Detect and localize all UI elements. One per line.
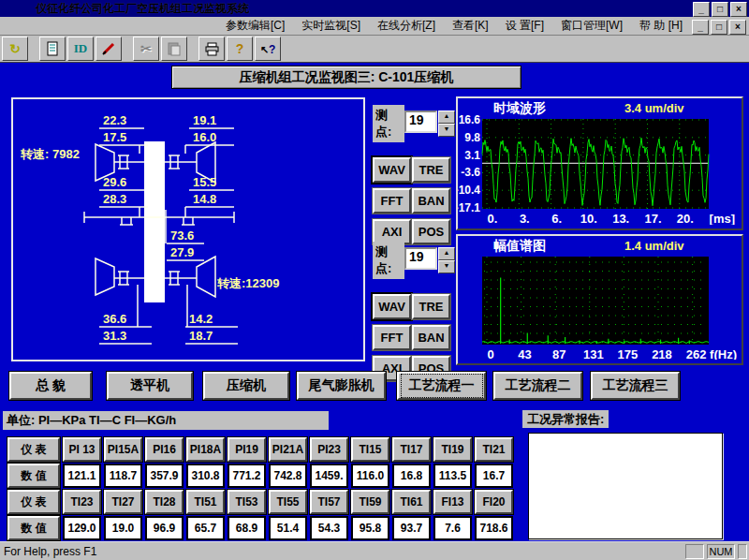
instrument-value-cell: 129.0 [63, 516, 101, 540]
svg-text:218: 218 [652, 347, 672, 360]
instrument-name-cell: FI13 [433, 490, 472, 514]
machine-diagram: 22.3 17.5 19.1 16.0 转速: 7982 29.6 28.3 1… [13, 99, 363, 356]
probe-point-label: 测点: [373, 105, 404, 142]
nav-button-4[interactable]: 工艺流程一 [397, 372, 486, 400]
svg-text:262: 262 [686, 347, 707, 360]
mdi-close-icon[interactable]: × [729, 20, 746, 35]
spinner-up-button[interactable]: ▲ [438, 247, 455, 260]
instrument-value-cell: 54.3 [310, 516, 348, 540]
wav-button[interactable]: WAV [373, 294, 411, 319]
help-button[interactable]: ? [227, 37, 253, 61]
table-row: 数 值129.019.096.965.768.951.454.395.893.7… [7, 516, 513, 540]
status-message: For Help, press F1 [4, 545, 685, 558]
id-button[interactable]: ID [67, 37, 94, 61]
abnormal-report-box[interactable] [528, 433, 723, 539]
spinner-down-button[interactable]: ▼ [438, 260, 455, 273]
spinner-up-button[interactable]: ▲ [438, 111, 455, 124]
paste-button[interactable] [161, 37, 187, 61]
print-icon [204, 41, 219, 56]
edit-button[interactable] [95, 37, 122, 61]
instrument-name-cell: PI15A [104, 437, 142, 462]
svg-text:-3.6: -3.6 [461, 166, 480, 179]
probe-value: 31.3 [103, 329, 126, 343]
wav-button[interactable]: WAV [373, 157, 411, 183]
instrument-value-cell: 7.6 [433, 516, 472, 540]
refresh-button[interactable]: ↻ [2, 37, 28, 61]
menu-item-4[interactable]: 设 置[F] [497, 16, 552, 36]
svg-text:3.: 3. [520, 212, 530, 225]
mdi-restore-icon[interactable]: □ [711, 20, 727, 35]
mdi-minimize-button[interactable]: _ [692, 20, 709, 35]
fft-button[interactable]: FFT [373, 325, 411, 350]
notes-icon [45, 41, 60, 56]
probe-point-spinner-input[interactable]: 19 [404, 111, 437, 133]
svg-text:3.4 um/div: 3.4 um/div [624, 101, 684, 115]
nav-button-6[interactable]: 工艺流程三 [591, 372, 680, 400]
menu-item-3[interactable]: 查看[K] [444, 16, 497, 36]
probe-controls-bottom: 测点:19▲▼WAVTREFFTBANAXIPOS [373, 242, 455, 381]
probe-value: 28.3 [103, 192, 126, 206]
ban-button[interactable]: BAN [412, 325, 450, 350]
instrument-value-cell: 771.2 [228, 464, 266, 488]
tre-button[interactable]: TRE [412, 294, 450, 319]
instrument-value-cell: 310.8 [186, 464, 225, 488]
context-help-icon: ↖? [260, 40, 276, 57]
table-row: 数 值121.1118.7357.9310.8771.2742.81459.11… [7, 464, 513, 488]
tre-button[interactable]: TRE [412, 157, 450, 183]
help-icon: ? [236, 41, 244, 56]
instrument-value-cell: 116.0 [351, 464, 389, 488]
nav-button-3[interactable]: 尾气膨胀机 [297, 372, 386, 400]
probe-value: 29.6 [103, 175, 126, 189]
svg-text:0: 0 [487, 347, 493, 360]
probe-value: 73.6 [170, 228, 194, 243]
minimize-button[interactable]: _ [693, 2, 710, 17]
instrument-value-cell: 742.8 [269, 464, 307, 488]
nav-button-5[interactable]: 工艺流程二 [493, 372, 582, 400]
menu-item-6[interactable]: 帮 助 [H] [631, 16, 691, 36]
svg-text:20.: 20. [677, 212, 694, 225]
instrument-value-cell: 19.0 [104, 516, 142, 540]
instrument-name-cell: TI15 [351, 437, 389, 462]
probe-value: 18.7 [189, 329, 213, 343]
id-icon: ID [74, 41, 87, 56]
probe-value: 14.8 [193, 192, 216, 206]
machine-diagram-panel: 22.3 17.5 19.1 16.0 转速: 7982 29.6 28.3 1… [11, 97, 365, 361]
nav-button-0[interactable]: 总 貌 [9, 372, 92, 400]
svg-text:时域波形: 时域波形 [493, 100, 546, 115]
ban-button[interactable]: BAN [412, 188, 450, 214]
context-help-button[interactable]: ↖? [255, 37, 281, 61]
status-cell-empty [685, 544, 704, 559]
instrument-name-cell: TI53 [228, 490, 266, 514]
close-icon[interactable]: × [730, 2, 747, 17]
paste-icon [167, 41, 182, 56]
units-bar: 单位: PI—KPa TI—C FI—KG/h [3, 411, 329, 430]
svg-text:175: 175 [618, 347, 639, 360]
cut-icon: ✂ [140, 41, 152, 56]
probe-value: 16.0 [193, 130, 216, 144]
menu-item-5[interactable]: 窗口管理[W] [552, 16, 631, 36]
restore-icon[interactable]: □ [712, 2, 728, 17]
amplitude-spectrum-chart: 幅值谱图1.4 um/div04387131175218262f(Hz) [456, 234, 743, 365]
svg-text:9.8: 9.8 [464, 131, 480, 144]
fft-button[interactable]: FFT [373, 188, 411, 214]
instrument-name-cell: PI18A [186, 437, 225, 462]
pos-button[interactable]: POS [412, 219, 450, 244]
nav-button-1[interactable]: 透平机 [107, 372, 193, 400]
spinner-down-button[interactable]: ▼ [438, 124, 455, 137]
status-bar: For Help, press F1 NUM [0, 541, 749, 560]
print-button[interactable] [198, 37, 225, 61]
menu-item-1[interactable]: 实时监视[S] [293, 16, 369, 36]
notes-button[interactable] [39, 37, 66, 61]
svg-text:[ms]: [ms] [710, 212, 735, 225]
menu-item-0[interactable]: 参数编辑[C] [217, 16, 293, 36]
svg-text:13.: 13. [612, 212, 629, 225]
row-header-cell: 仪 表 [7, 437, 60, 462]
nav-button-2[interactable]: 压缩机 [203, 372, 289, 400]
probe-point-spinner-input[interactable]: 19 [404, 247, 437, 270]
instrument-value-cell: 1459. [310, 464, 348, 488]
svg-text:10.: 10. [580, 212, 597, 225]
axi-button[interactable]: AXI [373, 219, 411, 244]
cut-button[interactable]: ✂ [133, 37, 159, 61]
menu-item-2[interactable]: 在线分析[Z] [369, 16, 444, 36]
instrument-value-cell: 121.1 [63, 464, 101, 488]
